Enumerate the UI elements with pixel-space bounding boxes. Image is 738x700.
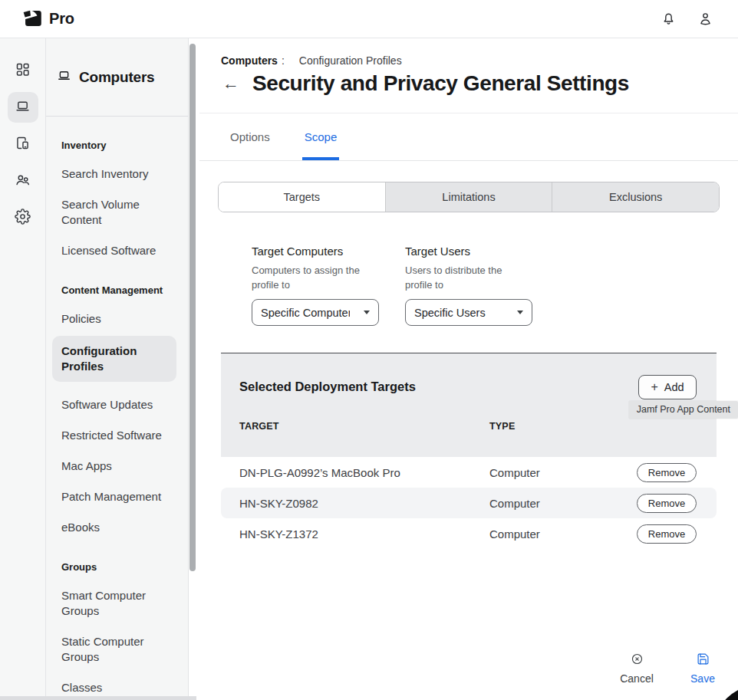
column-header-target: TARGET xyxy=(239,421,489,432)
scope-section: Targets Limitations Exclusions Target Co… xyxy=(199,161,738,549)
target-computers-label: Target Computers xyxy=(252,245,379,258)
sidebar-item-classes[interactable]: Classes xyxy=(61,680,176,695)
rail-item-devices[interactable] xyxy=(8,129,38,159)
tab-scope[interactable]: Scope xyxy=(305,113,338,160)
cancel-button[interactable]: Cancel xyxy=(618,652,655,685)
target-computers-select[interactable]: Specific Computers xyxy=(252,299,379,326)
rail-item-settings[interactable] xyxy=(8,202,38,233)
nav-section-content-management: Content Management Policies Configuratio… xyxy=(61,284,177,535)
column-header-type: TYPE xyxy=(489,421,515,432)
sidebar-item-static-computer-groups[interactable]: Static Computer Groups xyxy=(61,634,176,665)
add-button[interactable]: + Add xyxy=(638,375,697,399)
remove-button[interactable]: Remove xyxy=(637,524,697,544)
sidebar-item-restricted-software[interactable]: Restricted Software xyxy=(61,428,176,443)
plus-icon: + xyxy=(651,380,657,394)
sidebar-item-mac-apps[interactable]: Mac Apps xyxy=(61,458,176,474)
add-button-label: Add xyxy=(664,381,684,393)
nav-section-header: Inventory xyxy=(61,140,177,151)
sidebar-item-smart-computer-groups[interactable]: Smart Computer Groups xyxy=(61,588,176,619)
rail-item-computers[interactable] xyxy=(8,92,38,123)
table-row: HN-SKY-Z0982 Computer Remove xyxy=(221,488,717,518)
sidebar-header: Computers xyxy=(46,38,188,117)
breadcrumb-current[interactable]: Configuration Profiles xyxy=(299,54,402,67)
tab-options[interactable]: Options xyxy=(230,113,270,160)
sidebar-item-patch-management[interactable]: Patch Management xyxy=(61,489,176,504)
brand-name: Pro xyxy=(49,10,74,28)
jamf-logo-icon xyxy=(22,8,42,31)
target-computers-value: Specific Computers xyxy=(261,307,350,319)
segment-exclusions[interactable]: Exclusions xyxy=(552,182,719,212)
target-users-select[interactable]: Specific Users xyxy=(405,299,532,326)
sidebar-title: Computers xyxy=(79,69,155,86)
sidebar-scrollbar[interactable] xyxy=(189,44,196,571)
save-label: Save xyxy=(690,672,715,685)
sidebar: Computers Inventory Search Inventory Sea… xyxy=(46,38,189,700)
breadcrumb-root[interactable]: Computers xyxy=(221,54,278,67)
brand[interactable]: Pro xyxy=(22,8,74,31)
back-arrow-icon[interactable]: ← xyxy=(221,74,241,94)
breadcrumb-separator: : xyxy=(282,54,285,67)
icon-rail xyxy=(0,38,46,700)
page-title: Security and Privacy General Settings xyxy=(252,71,629,96)
target-computers-helper: Computers to assign the profile to xyxy=(252,263,374,292)
deployment-targets-table: DN-PLG-A0992’s MacBook Pro Computer Remo… xyxy=(221,457,717,549)
scope-form: Target Computers Computers to assign the… xyxy=(252,245,720,326)
target-users-value: Specific Users xyxy=(414,307,503,319)
mobile-devices-icon xyxy=(15,135,31,154)
cancel-label: Cancel xyxy=(620,672,654,685)
rail-item-users[interactable] xyxy=(8,166,38,196)
users-icon xyxy=(15,172,31,191)
remove-button[interactable]: Remove xyxy=(637,494,697,513)
target-cell: HN-SKY-Z0982 xyxy=(239,497,489,510)
sidebar-item-ebooks[interactable]: eBooks xyxy=(61,520,176,535)
type-cell: Computer xyxy=(489,466,637,479)
save-floppy-icon xyxy=(697,652,710,669)
nav-section-groups: Groups Smart Computer Groups Static Comp… xyxy=(61,561,177,695)
laptop-icon xyxy=(15,98,31,117)
sidebar-item-search-inventory[interactable]: Search Inventory xyxy=(61,166,176,182)
chevron-down-icon xyxy=(364,311,370,314)
type-cell: Computer xyxy=(489,527,637,541)
main-content: Computers : Configuration Profiles ← Sec… xyxy=(199,38,738,700)
table-column-headers: TARGET TYPE xyxy=(239,421,717,432)
chevron-down-icon xyxy=(517,311,523,314)
target-users-field: Target Users Users to distribute the pro… xyxy=(405,245,532,326)
cancel-circle-x-icon xyxy=(631,652,644,669)
target-cell: DN-PLG-A0992’s MacBook Pro xyxy=(239,466,489,479)
remove-button[interactable]: Remove xyxy=(637,463,697,482)
sidebar-item-search-volume-content[interactable]: Search Volume Content xyxy=(61,197,176,228)
add-button-tooltip: Jamf Pro App Content xyxy=(629,401,738,419)
segment-limitations[interactable]: Limitations xyxy=(385,182,552,212)
nav-section-header: Groups xyxy=(61,561,177,573)
breadcrumb: Computers : Configuration Profiles xyxy=(221,54,738,67)
table-row: DN-PLG-A0992’s MacBook Pro Computer Remo… xyxy=(221,457,717,488)
nav-section-inventory: Inventory Search Inventory Search Volume… xyxy=(61,140,177,258)
nav-section-header: Content Management xyxy=(61,284,177,296)
title-row: ← Security and Privacy General Settings xyxy=(221,71,738,96)
account-user-icon[interactable] xyxy=(697,11,713,27)
target-users-helper: Users to distribute the profile to xyxy=(405,263,528,292)
target-cell: HN-SKY-Z1372 xyxy=(239,527,489,541)
app-window: Pro xyxy=(0,0,738,700)
sidebar-item-policies[interactable]: Policies xyxy=(61,311,176,327)
sidebar-item-licensed-software[interactable]: Licensed Software xyxy=(61,243,176,258)
target-computers-field: Target Computers Computers to assign the… xyxy=(252,245,379,326)
page-header: Computers : Configuration Profiles ← Sec… xyxy=(199,38,738,113)
action-footer: Cancel Save xyxy=(618,652,721,685)
sidebar-item-configuration-profiles[interactable]: Configuration Profiles xyxy=(52,336,176,382)
type-cell: Computer xyxy=(489,497,637,510)
segment-targets[interactable]: Targets xyxy=(219,182,385,212)
tab-bar: Options Scope xyxy=(199,113,738,161)
topbar-actions xyxy=(661,11,713,27)
rail-item-dashboard[interactable] xyxy=(8,55,38,86)
sidebar-nav: Inventory Search Inventory Search Volume… xyxy=(46,117,188,695)
sidebar-horizontal-scrollbar[interactable] xyxy=(0,696,196,700)
scope-segmented-control: Targets Limitations Exclusions xyxy=(218,182,720,212)
chat-widget-corner[interactable] xyxy=(713,685,738,700)
save-button[interactable]: Save xyxy=(684,652,721,685)
laptop-icon xyxy=(57,68,71,86)
sidebar-item-software-updates[interactable]: Software Updates xyxy=(61,397,176,412)
table-row: HN-SKY-Z1372 Computer Remove xyxy=(221,518,717,549)
top-bar: Pro xyxy=(0,0,738,38)
notifications-bell-icon[interactable] xyxy=(661,11,677,27)
